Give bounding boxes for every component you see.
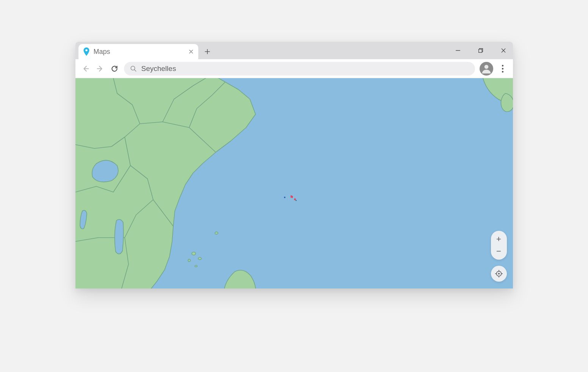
svg-point-14 xyxy=(295,200,296,201)
browser-toolbar xyxy=(75,59,513,78)
svg-point-3 xyxy=(484,65,488,69)
svg-point-4 xyxy=(502,65,503,66)
menu-button[interactable] xyxy=(498,65,508,73)
svg-point-8 xyxy=(215,232,218,234)
locate-me-button[interactable] xyxy=(491,266,507,282)
profile-avatar[interactable] xyxy=(480,62,493,76)
tab-strip: Maps xyxy=(75,42,513,59)
browser-window: Maps xyxy=(75,42,513,288)
svg-point-12 xyxy=(195,265,197,267)
address-bar[interactable] xyxy=(124,62,475,76)
forward-button[interactable] xyxy=(95,64,105,74)
zoom-in-button[interactable]: + xyxy=(491,233,507,245)
close-window-button[interactable] xyxy=(498,45,509,56)
search-icon xyxy=(130,65,137,72)
svg-point-16 xyxy=(498,273,500,275)
close-tab-icon[interactable] xyxy=(188,49,194,54)
minimize-button[interactable] xyxy=(452,45,464,56)
tab-title: Maps xyxy=(94,48,185,56)
map-pin-icon xyxy=(83,47,90,56)
svg-point-6 xyxy=(502,71,503,72)
address-input[interactable] xyxy=(141,65,469,73)
browser-tab-maps[interactable]: Maps xyxy=(78,44,198,59)
svg-point-11 xyxy=(188,259,190,262)
window-controls xyxy=(452,42,509,59)
maximize-button[interactable] xyxy=(475,45,486,56)
map-controls: + − xyxy=(491,231,507,282)
reload-button[interactable] xyxy=(110,64,119,74)
zoom-control: + − xyxy=(491,231,507,260)
map-viewport[interactable]: + − xyxy=(75,78,513,288)
map-canvas[interactable] xyxy=(75,78,513,288)
svg-point-5 xyxy=(502,68,503,69)
new-tab-button[interactable] xyxy=(201,45,214,58)
svg-point-10 xyxy=(198,257,201,260)
svg-point-9 xyxy=(192,252,196,255)
back-button[interactable] xyxy=(81,64,91,74)
svg-point-13 xyxy=(284,197,285,198)
zoom-out-button[interactable]: − xyxy=(491,245,507,257)
svg-rect-1 xyxy=(478,49,482,53)
